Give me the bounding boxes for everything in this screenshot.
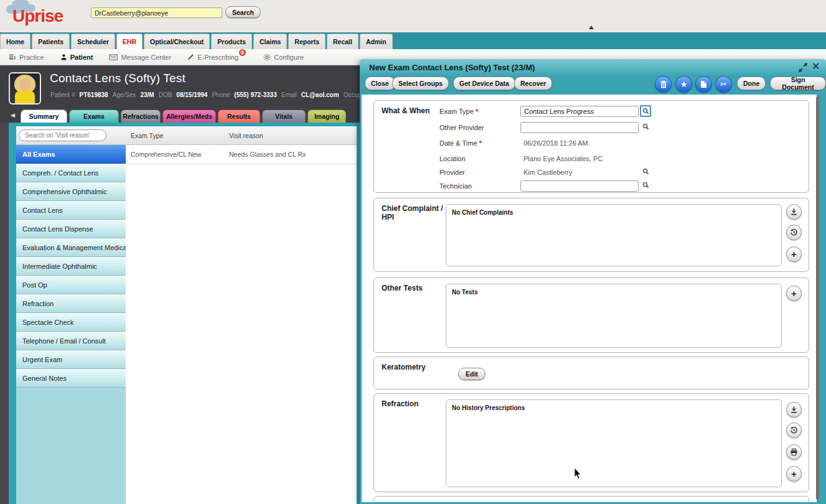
date-time-value: 06/26/2018 11:26 AM bbox=[523, 139, 588, 147]
tab-allergies-meds[interactable]: Allergies/Meds bbox=[162, 110, 216, 123]
technician-input[interactable] bbox=[520, 180, 639, 192]
history-chief-complaint-button[interactable] bbox=[786, 225, 802, 240]
global-search-button[interactable]: Search bbox=[225, 6, 261, 18]
close-icon[interactable]: ✕ bbox=[812, 60, 820, 72]
field-label: Phone bbox=[212, 91, 230, 98]
nav-tab-home[interactable]: Home bbox=[0, 34, 31, 49]
global-search-input[interactable] bbox=[91, 7, 222, 18]
tab-imaging[interactable]: Imaging bbox=[307, 110, 346, 123]
favorite-button[interactable]: ★ bbox=[675, 76, 692, 93]
subnav-eprescribing-label: E-Prescribing bbox=[197, 54, 238, 61]
patient-avatar[interactable] bbox=[9, 72, 41, 105]
field-value: 23/M bbox=[140, 91, 154, 98]
avatar-body bbox=[15, 91, 35, 105]
sidebar-item-comprehensive-ophthalmic[interactable]: Comprehensive Ophthalmic bbox=[16, 182, 126, 201]
exam-type-search-button[interactable] bbox=[640, 105, 651, 117]
tab-refractions[interactable]: Refractions bbox=[121, 110, 161, 123]
magnifier-icon[interactable] bbox=[642, 182, 649, 189]
import-chief-complaint-button[interactable] bbox=[786, 204, 802, 220]
cut-button[interactable]: ✂ bbox=[715, 76, 732, 93]
magnifier-icon[interactable] bbox=[642, 123, 649, 130]
field-provider: Provider Kim Castleberry bbox=[374, 167, 809, 179]
field-value: 08/15/1994 bbox=[176, 91, 207, 98]
nav-tab-patients[interactable]: Patients bbox=[32, 34, 70, 49]
tab-results[interactable]: Results bbox=[218, 110, 260, 123]
print-refraction-button[interactable] bbox=[786, 444, 802, 460]
sidebar-item-contact-lens-dispense[interactable]: Contact Lens Dispense bbox=[16, 220, 126, 238]
keratometry-edit-button[interactable]: Edit bbox=[458, 368, 486, 380]
recover-button[interactable]: Recover bbox=[514, 77, 552, 90]
sidebar-item-general-notes[interactable]: General Notes bbox=[16, 369, 126, 388]
other-tests-textarea[interactable]: No Tests bbox=[446, 284, 782, 348]
caret-mark bbox=[589, 26, 594, 29]
sidebar-item-compreh-contact-lens[interactable]: Compreh. / Contact Lens bbox=[16, 164, 126, 182]
nav-tab-reports[interactable]: Reports bbox=[288, 34, 326, 49]
add-refraction-button[interactable]: + bbox=[786, 466, 802, 482]
done-button[interactable]: Done bbox=[737, 77, 766, 90]
sidebar-item-telephone-email-consult[interactable]: Telephone / Email / Consult bbox=[16, 332, 126, 350]
select-groups-button[interactable]: Select Groups bbox=[392, 77, 449, 90]
sidebar-item-intermediate-ophthalmic[interactable]: Intermediate Ophthalmic bbox=[16, 257, 126, 276]
document-icon bbox=[700, 80, 707, 88]
sidebar-item-refraction[interactable]: Refraction bbox=[16, 294, 126, 313]
sidebar-collapse-icon[interactable]: ◀ bbox=[11, 112, 15, 118]
other-tests-content: No Tests bbox=[452, 289, 478, 296]
nav-tab-products[interactable]: Products bbox=[211, 34, 252, 49]
subnav-practice[interactable]: Practice bbox=[9, 54, 44, 61]
nav-tab-ehr[interactable]: EHR bbox=[116, 34, 143, 49]
nav-tab-scheduler[interactable]: Scheduler bbox=[71, 34, 115, 49]
exam-type-input[interactable] bbox=[520, 106, 639, 117]
visit-reason-search-input[interactable] bbox=[19, 129, 106, 141]
nav-tab-recall[interactable]: Recall bbox=[327, 34, 359, 49]
trash-icon bbox=[660, 80, 667, 88]
sidebar-item-evaluation-management[interactable]: Evaluation & Management Medical bbox=[16, 238, 126, 257]
section-refraction: Refraction No History Prescriptions + bbox=[373, 393, 809, 492]
section-title: Other Tests bbox=[382, 284, 444, 293]
patient-record-tabs: Summary Exams Refractions Allergies/Meds… bbox=[21, 110, 346, 123]
sidebar-item-urgent-exam[interactable]: Urgent Exam bbox=[16, 350, 126, 369]
top-bar: Uprise Search bbox=[0, 0, 826, 32]
section-title: Chief Complaint / HPI bbox=[382, 205, 444, 222]
field-label: Patient # bbox=[50, 91, 75, 98]
history-refraction-button[interactable] bbox=[786, 422, 802, 438]
tab-summary[interactable]: Summary bbox=[21, 110, 67, 123]
field-label: Other Provider bbox=[439, 124, 484, 131]
chief-complaint-textarea[interactable]: No Chief Complaints bbox=[446, 204, 782, 266]
tab-exams[interactable]: Exams bbox=[69, 110, 119, 123]
collapse-icon[interactable] bbox=[798, 63, 808, 72]
field-label: Technician bbox=[439, 182, 472, 190]
close-button[interactable]: Close bbox=[365, 77, 395, 90]
import-refraction-button[interactable] bbox=[786, 402, 802, 418]
subnav-message-center[interactable]: Message Center bbox=[109, 54, 171, 61]
document-button[interactable] bbox=[695, 76, 712, 93]
tab-vitals[interactable]: Vitals bbox=[262, 110, 306, 123]
subnav-patient[interactable]: Patient bbox=[60, 54, 93, 61]
nav-tab-admin[interactable]: Admin bbox=[360, 34, 393, 49]
sidebar-item-all-exams[interactable]: All Exams bbox=[16, 145, 126, 164]
sidebar-item-post-op[interactable]: Post Op bbox=[16, 276, 126, 294]
plus-icon: + bbox=[791, 469, 797, 478]
subnav-eprescribing[interactable]: E-Prescribing 1 bbox=[187, 54, 238, 61]
eprescribing-badge: 1 bbox=[239, 49, 246, 56]
nav-tab-claims[interactable]: Claims bbox=[253, 34, 287, 49]
pencil-icon bbox=[187, 54, 194, 60]
field-label: DOB bbox=[159, 91, 172, 98]
nav-tab-optical-checkout[interactable]: Optical/Checkout bbox=[144, 34, 210, 49]
field-label: Email bbox=[281, 91, 297, 98]
table-row[interactable]: Comprehensive/CL New Needs Glasses and C… bbox=[126, 145, 357, 164]
modal-scrollbar[interactable] bbox=[816, 96, 819, 500]
add-chief-complaint-button[interactable]: + bbox=[786, 246, 802, 262]
section-next-partial bbox=[373, 496, 809, 502]
sidebar-item-contact-lens[interactable]: Contact Lens bbox=[16, 201, 126, 220]
other-provider-input[interactable] bbox=[520, 122, 639, 133]
sign-document-button[interactable]: Sign Document bbox=[770, 77, 826, 90]
add-test-button[interactable]: + bbox=[786, 286, 802, 301]
subnav-configure[interactable]: Configure bbox=[263, 54, 304, 61]
refraction-textarea[interactable]: No History Prescriptions bbox=[446, 399, 782, 487]
delete-exam-button[interactable] bbox=[655, 76, 672, 93]
sidebar-item-spectacle-check[interactable]: Spectacle Check bbox=[16, 313, 126, 332]
modal-header[interactable]: New Exam Contact Lens (Softy) Test (23/M… bbox=[360, 59, 826, 77]
section-what-when: What & When Exam Type * Other Provider D… bbox=[373, 100, 809, 193]
get-device-data-button[interactable]: Get Device Data bbox=[453, 77, 515, 90]
magnifier-icon[interactable] bbox=[642, 168, 649, 175]
